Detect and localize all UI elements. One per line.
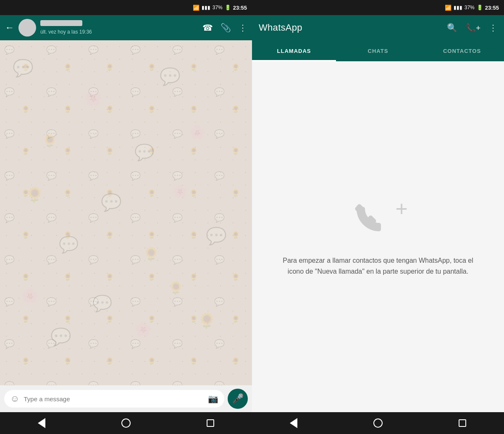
left-panel: 📶 ▮▮▮ 37% 🔋 23:55 ← últ. vez hoy a las 1… bbox=[0, 0, 252, 434]
bg-decorations: 💬 🌸 💬 🌻 💬 🌸 🌻 💬 🌸 💬 🌻 💬 🌸 💬 🌻 💬 🌸 🌻 bbox=[0, 40, 244, 359]
svg-text:💬: 💬 bbox=[92, 294, 113, 313]
svg-text:💬: 💬 bbox=[50, 327, 71, 347]
tab-chats-label: CHATS bbox=[368, 48, 388, 54]
home-circle-icon bbox=[121, 418, 131, 428]
svg-text:🌻: 🌻 bbox=[42, 133, 58, 149]
right-recents-nav-button[interactable] bbox=[459, 419, 466, 427]
left-nav-bar bbox=[0, 412, 252, 434]
svg-text:🌻: 🌻 bbox=[197, 311, 216, 329]
right-back-triangle-icon bbox=[290, 418, 297, 428]
contact-avatar bbox=[18, 19, 36, 37]
right-home-circle-icon bbox=[373, 418, 383, 428]
camera-button[interactable]: 📷 bbox=[208, 394, 218, 404]
call-icon[interactable]: ☎ bbox=[202, 23, 213, 33]
svg-text:💬: 💬 bbox=[134, 143, 155, 162]
battery-percent-left: 37% bbox=[213, 5, 223, 10]
search-icon[interactable]: 🔍 bbox=[447, 23, 457, 33]
svg-text:🌻: 🌻 bbox=[143, 246, 160, 262]
contact-status: últ. vez hoy a las 19:36 bbox=[40, 29, 92, 35]
right-back-nav-button[interactable] bbox=[290, 418, 297, 428]
wifi-icon: 📶 bbox=[193, 5, 200, 11]
mic-icon: 🎤 bbox=[232, 393, 244, 404]
more-options-icon[interactable]: ⋮ bbox=[239, 23, 247, 33]
battery-icon-right: 🔋 bbox=[477, 5, 483, 10]
whatsapp-header: WhatsApp 🔍 📞+ ⋮ bbox=[252, 15, 504, 40]
mic-button[interactable]: 🎤 bbox=[228, 389, 248, 409]
emoji-button[interactable]: ☺ bbox=[10, 393, 19, 404]
svg-text:🌻: 🌻 bbox=[25, 186, 44, 204]
recents-nav-button[interactable] bbox=[207, 419, 214, 427]
battery-icon-left: 🔋 bbox=[225, 5, 231, 10]
left-status-bar: 📶 ▮▮▮ 37% 🔋 23:55 bbox=[0, 0, 252, 15]
signal-bars-right: ▮▮▮ bbox=[454, 5, 462, 10]
message-text-input[interactable] bbox=[24, 395, 204, 403]
tab-contactos-label: CONTACTOS bbox=[443, 48, 481, 54]
calls-empty-description: Para empezar a llamar contactos que teng… bbox=[277, 255, 479, 277]
right-nav-bar bbox=[252, 412, 504, 434]
more-options-button[interactable]: ⋮ bbox=[489, 23, 497, 33]
svg-text:💬: 💬 bbox=[59, 235, 79, 254]
contact-info: últ. vez hoy a las 19:36 bbox=[40, 20, 198, 35]
right-panel: 📶 ▮▮▮ 37% 🔋 23:55 WhatsApp 🔍 📞+ ⋮ LLAMAD… bbox=[252, 0, 504, 434]
svg-text:🌸: 🌸 bbox=[21, 287, 39, 304]
tabs-bar: LLAMADAS CHATS CONTACTOS bbox=[252, 40, 504, 61]
attachment-icon[interactable]: 📎 bbox=[220, 23, 231, 33]
back-button[interactable]: ← bbox=[5, 22, 14, 33]
svg-text:💬: 💬 bbox=[160, 66, 181, 86]
tab-llamadas[interactable]: LLAMADAS bbox=[252, 40, 336, 61]
svg-text:🌻: 🌻 bbox=[168, 280, 184, 295]
message-input-box[interactable]: ☺ 📷 bbox=[4, 390, 224, 408]
left-status-bar-right: 📶 ▮▮▮ 37% 🔋 23:55 bbox=[193, 5, 247, 11]
svg-text:🌸: 🌸 bbox=[134, 321, 152, 338]
plus-icon: + bbox=[395, 198, 407, 219]
home-nav-button[interactable] bbox=[121, 418, 131, 428]
call-icon-area: + bbox=[348, 196, 407, 238]
back-triangle-icon bbox=[38, 418, 45, 428]
contact-name-placeholder bbox=[40, 20, 82, 26]
back-nav-button[interactable] bbox=[38, 418, 45, 428]
phone-icon bbox=[348, 196, 390, 238]
wifi-icon-right: 📶 bbox=[445, 5, 452, 11]
new-call-icon[interactable]: 📞+ bbox=[466, 23, 480, 33]
tab-contactos[interactable]: CONTACTOS bbox=[420, 40, 504, 61]
svg-text:💬: 💬 bbox=[206, 226, 227, 246]
battery-percent-right: 37% bbox=[465, 5, 475, 10]
app-title: WhatsApp bbox=[259, 22, 443, 33]
svg-text:🌸: 🌸 bbox=[189, 124, 206, 140]
tab-chats[interactable]: CHATS bbox=[336, 40, 420, 61]
chat-background: 💬 🌸 💬 🌻 💬 🌸 🌻 💬 🌸 💬 🌻 💬 🌸 💬 🌻 💬 🌸 🌻 bbox=[0, 40, 252, 385]
chat-header-icons: ☎ 📎 ⋮ bbox=[202, 23, 247, 33]
right-home-nav-button[interactable] bbox=[373, 418, 383, 428]
right-status-bar-content: 📶 ▮▮▮ 37% 🔋 23:55 bbox=[445, 5, 499, 11]
message-input-area: ☺ 📷 🎤 bbox=[0, 385, 252, 412]
whatsapp-header-icons: 🔍 📞+ ⋮ bbox=[447, 23, 497, 33]
time-right: 23:55 bbox=[485, 5, 499, 11]
right-recents-square-icon bbox=[459, 419, 466, 427]
time-left: 23:55 bbox=[233, 5, 247, 11]
recents-square-icon bbox=[207, 419, 214, 427]
chat-header: ← últ. vez hoy a las 19:36 ☎ 📎 ⋮ bbox=[0, 15, 252, 40]
svg-text:🌸: 🌸 bbox=[172, 184, 188, 199]
svg-text:💬: 💬 bbox=[101, 192, 122, 212]
right-status-bar: 📶 ▮▮▮ 37% 🔋 23:55 bbox=[252, 0, 504, 15]
signal-bars: ▮▮▮ bbox=[202, 5, 210, 10]
calls-empty-state: + Para empezar a llamar contactos que te… bbox=[252, 61, 504, 412]
svg-text:💬: 💬 bbox=[13, 58, 34, 78]
svg-text:🌸: 🌸 bbox=[84, 89, 102, 107]
tab-llamadas-label: LLAMADAS bbox=[277, 48, 311, 54]
